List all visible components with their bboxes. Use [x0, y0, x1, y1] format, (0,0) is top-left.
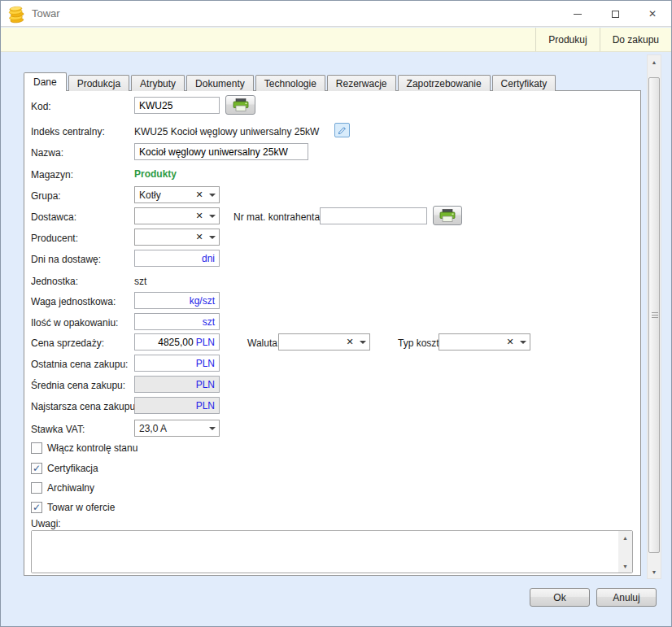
title-bar: Towar ✕ [1, 1, 671, 27]
waluta-dropdown-icon[interactable] [356, 341, 369, 344]
printer-icon [233, 98, 249, 111]
tab-certyfikaty[interactable]: Certyfikaty [492, 75, 556, 91]
magazyn-label: Magazyn: [31, 169, 73, 181]
producent-clear-icon[interactable]: ✕ [193, 232, 206, 242]
waluta-clear-icon[interactable]: ✕ [343, 337, 356, 347]
tab-strip: Dane Produkcja Atrybuty Dokumenty Techno… [24, 73, 557, 91]
waluta-combobox[interactable]: ✕ [278, 333, 370, 351]
stawka-vat-value: 23,0 A [135, 423, 206, 434]
tab-technologie[interactable]: Technologie [255, 75, 325, 91]
produkuj-label: Produkuj [548, 34, 587, 46]
grupa-dropdown-icon[interactable] [206, 194, 219, 197]
dostawca-label: Dostawca: [31, 211, 76, 223]
waluta-label: Waluta: [247, 337, 280, 349]
checkbox-icon[interactable] [31, 442, 42, 454]
dialog-vertical-scrollbar[interactable]: ▲ ▼ [647, 54, 661, 579]
nr-mat-kontrahenta-label: Nr mat. kontrahenta: [233, 211, 322, 223]
produkuj-button[interactable]: Produkuj [535, 28, 599, 51]
checkbox-checked-icon[interactable]: ✓ [31, 502, 42, 513]
checkbox-checked-icon[interactable]: ✓ [31, 463, 42, 474]
tab-dane[interactable]: Dane [24, 72, 67, 91]
towar-w-ofercie-label: Towar w ofercie [47, 502, 115, 513]
waga-jednostkowa-input-field[interactable] [135, 293, 190, 308]
scroll-up-icon[interactable]: ▲ [618, 531, 632, 544]
towar-w-ofercie-checkbox[interactable]: ✓ Towar w ofercie [31, 502, 115, 513]
print-kod-button[interactable] [225, 95, 255, 115]
archiwalny-label: Archiwalny [47, 482, 94, 494]
jednostka-label: Jednostka: [31, 276, 78, 287]
ostatnia-cena-zakupu-input-field[interactable] [135, 355, 196, 371]
nazwa-label: Nazwa: [31, 147, 63, 159]
cena-sprzedazy-unit: PLN [196, 337, 219, 348]
ok-button-label: Ok [553, 592, 565, 603]
scrollbar-up-icon[interactable]: ▲ [648, 55, 661, 68]
tab-rezerwacje[interactable]: Rezerwacje [327, 75, 396, 91]
cena-sprzedazy-input[interactable]: PLN [134, 333, 220, 351]
dostawca-dropdown-icon[interactable] [206, 215, 219, 218]
close-button[interactable]: ✕ [634, 1, 671, 27]
tab-produkcja[interactable]: Produkcja [68, 75, 129, 91]
dni-unit: dni [202, 253, 219, 264]
kod-input[interactable] [134, 97, 220, 114]
nazwa-input-field[interactable] [135, 144, 308, 159]
typ-kosztu-clear-icon[interactable]: ✕ [504, 337, 517, 347]
cena-sprzedazy-input-field[interactable] [135, 334, 196, 350]
najstarsza-cena-zakupu-input-field [135, 398, 196, 413]
archiwalny-checkbox[interactable]: Archiwalny [31, 482, 94, 494]
najstarsza-cena-unit: PLN [196, 400, 219, 411]
scrollbar-thumb[interactable] [648, 77, 660, 553]
nr-mat-kontrahenta-input-field[interactable] [321, 208, 426, 224]
tab-label: Certyfikaty [501, 78, 548, 89]
waga-jednostkowa-label: Waga jednostkowa: [31, 296, 116, 307]
edit-indeks-button[interactable] [334, 123, 350, 137]
printer-icon [439, 209, 456, 222]
maximize-button[interactable] [596, 1, 634, 27]
dostawca-clear-icon[interactable]: ✕ [193, 211, 206, 221]
producent-combobox[interactable]: ✕ [134, 229, 220, 246]
do-zakupu-button[interactable]: Do zakupu [600, 28, 671, 51]
checkbox-icon[interactable] [31, 482, 42, 494]
tab-label: Rezerwacje [336, 78, 387, 89]
ilosc-w-opakowaniu-input-field[interactable] [135, 314, 203, 329]
scrollbar-down-icon[interactable]: ▼ [648, 565, 661, 578]
uwagi-scrollbar[interactable]: ▲ ▼ [618, 531, 632, 573]
scroll-down-icon[interactable]: ▼ [618, 560, 632, 573]
print-nr-mat-button[interactable] [433, 206, 462, 225]
uwagi-textarea[interactable] [32, 531, 618, 573]
ok-button[interactable]: Ok [530, 588, 590, 607]
tab-zapotrzebowanie[interactable]: Zapotrzebowanie [398, 75, 491, 91]
ilosc-w-opakowaniu-input[interactable]: szt [134, 313, 220, 330]
jednostka-value: szt [134, 276, 146, 287]
stawka-vat-combobox[interactable]: 23,0 A [134, 420, 220, 437]
indeks-centralny-value: KWU25 Kocioł węglowy uniwersalny 25kW [134, 126, 319, 137]
nazwa-input[interactable] [134, 143, 308, 160]
wlacz-kontrole-stanu-checkbox[interactable]: Włącz kontrolę stanu [31, 442, 137, 454]
grupa-clear-icon[interactable]: ✕ [193, 189, 206, 200]
indeks-centralny-label: Indeks centralny: [31, 126, 105, 137]
tab-label: Zapotrzebowanie [407, 78, 482, 89]
typ-kosztu-combobox[interactable]: ✕ [439, 333, 530, 351]
kod-input-field[interactable] [135, 98, 219, 113]
dni-na-dostawe-input[interactable]: dni [134, 250, 220, 267]
cena-sprzedazy-label: Cena sprzedaży: [31, 337, 104, 349]
grupa-combobox[interactable]: Kotły ✕ [134, 186, 220, 203]
ostatnia-cena-zakupu-input[interactable]: PLN [134, 355, 220, 372]
waga-jednostkowa-input[interactable]: kg/szt [134, 292, 220, 309]
typ-kosztu-dropdown-icon[interactable] [517, 341, 530, 344]
dni-na-dostawe-input-field[interactable] [135, 250, 202, 266]
minimize-button[interactable] [559, 1, 596, 27]
waga-unit: kg/szt [190, 295, 219, 307]
anuluj-button[interactable]: Anuluj [596, 588, 657, 607]
tab-dokumenty[interactable]: Dokumenty [186, 75, 254, 91]
certyfikacja-label: Certyfikacja [47, 463, 98, 474]
srednia-cena-unit: PLN [196, 379, 219, 390]
ostatnia-cena-zakupu-label: Ostatnia cena zakupu: [31, 359, 128, 370]
dostawca-combobox[interactable]: ✕ [134, 207, 220, 224]
producent-dropdown-icon[interactable] [206, 236, 219, 239]
tab-label: Technologie [264, 78, 316, 89]
tab-atrybuty[interactable]: Atrybuty [131, 75, 185, 91]
nr-mat-kontrahenta-input[interactable] [320, 207, 427, 224]
stawka-vat-dropdown-icon[interactable] [206, 427, 219, 430]
srednia-cena-zakupu-input-field [135, 377, 196, 392]
certyfikacja-checkbox[interactable]: ✓ Certyfikacja [31, 463, 98, 474]
